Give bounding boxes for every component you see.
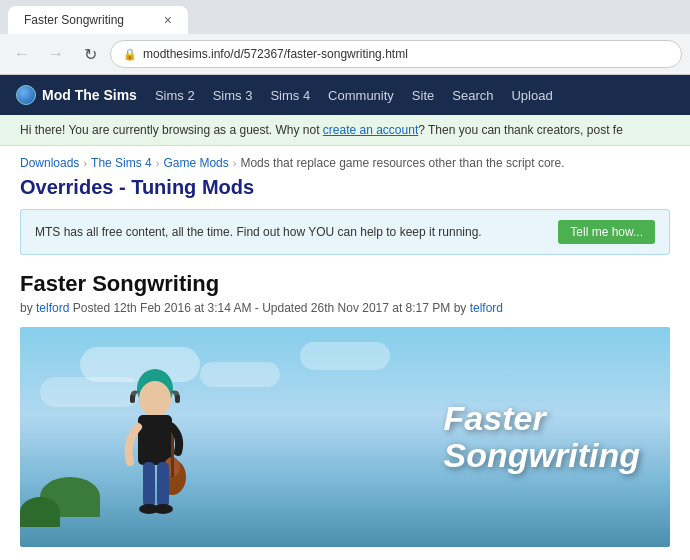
breadcrumb-description: Mods that replace game resources other t…: [240, 156, 564, 170]
breadcrumb-sep-1: ›: [83, 157, 87, 169]
svg-point-11: [153, 504, 173, 514]
svg-rect-2: [130, 395, 135, 403]
browser-tabs: Faster Songwriting ×: [0, 0, 690, 34]
site-logo[interactable]: Mod The Sims: [16, 85, 137, 105]
nav-upload[interactable]: Upload: [511, 88, 552, 103]
updated-author-link[interactable]: telford: [470, 301, 503, 315]
back-button[interactable]: ←: [8, 40, 36, 68]
reload-button[interactable]: ↻: [76, 40, 104, 68]
tab-close-button[interactable]: ×: [164, 12, 172, 28]
breadcrumb-gamemods[interactable]: Game Mods: [163, 156, 228, 170]
banner-text-after: ? Then you can thank creators, post fe: [418, 123, 623, 137]
article-title: Faster Songwriting: [20, 271, 670, 297]
nav-community[interactable]: Community: [328, 88, 394, 103]
page-title: Overrides - Tuning Mods: [20, 176, 670, 199]
hero-text-line1: Faster: [444, 400, 640, 437]
browser-controls: ← → ↻ 🔒 modthesims.info/d/572367/faster-…: [0, 34, 690, 74]
tell-me-button[interactable]: Tell me how...: [558, 220, 655, 244]
promo-text: MTS has all free content, all the time. …: [35, 225, 550, 239]
tab-title: Faster Songwriting: [24, 13, 124, 27]
nav-search[interactable]: Search: [452, 88, 493, 103]
article-meta: by telford Posted 12th Feb 2016 at 3:14 …: [20, 301, 670, 315]
banner-text-before: Hi there! You are currently browsing as …: [20, 123, 323, 137]
breadcrumb-downloads[interactable]: Downloads: [20, 156, 79, 170]
author-link[interactable]: telford: [36, 301, 69, 315]
svg-rect-8: [143, 462, 155, 507]
breadcrumb: Downloads › The Sims 4 › Game Mods › Mod…: [20, 156, 670, 170]
browser-chrome: Faster Songwriting × ← → ↻ 🔒 modthesims.…: [0, 0, 690, 75]
main-content: Downloads › The Sims 4 › Game Mods › Mod…: [0, 146, 690, 547]
hero-overlay-text: Faster Songwriting: [444, 400, 640, 475]
hero-image: Faster Songwriting: [20, 327, 670, 547]
url-bar[interactable]: 🔒 modthesims.info/d/572367/faster-songwr…: [110, 40, 682, 68]
character-figure: [110, 367, 200, 547]
lock-icon: 🔒: [123, 48, 137, 61]
nav-sims3[interactable]: Sims 3: [213, 88, 253, 103]
nav-sims4[interactable]: Sims 4: [270, 88, 310, 103]
svg-point-1: [139, 381, 171, 417]
promo-bar: MTS has all free content, all the time. …: [20, 209, 670, 255]
logo-text: Mod The Sims: [42, 87, 137, 103]
meta-posted: Posted 12th Feb 2016 at 3:14 AM - Update…: [69, 301, 469, 315]
site-navigation: Mod The Sims Sims 2 Sims 3 Sims 4 Commun…: [0, 75, 690, 115]
svg-rect-3: [175, 395, 180, 403]
browser-tab[interactable]: Faster Songwriting ×: [8, 6, 188, 34]
hero-text-line2: Songwriting: [444, 437, 640, 474]
nav-sims2[interactable]: Sims 2: [155, 88, 195, 103]
create-account-link[interactable]: create an account: [323, 123, 418, 137]
island-2: [20, 497, 60, 527]
forward-button[interactable]: →: [42, 40, 70, 68]
breadcrumb-sep-3: ›: [233, 157, 237, 169]
svg-rect-9: [157, 462, 169, 507]
breadcrumb-thesims4[interactable]: The Sims 4: [91, 156, 152, 170]
cloud-4: [300, 342, 390, 370]
article: Faster Songwriting by telford Posted 12t…: [20, 271, 670, 547]
meta-by: by: [20, 301, 36, 315]
breadcrumb-sep-2: ›: [156, 157, 160, 169]
url-text: modthesims.info/d/572367/faster-songwrit…: [143, 47, 408, 61]
globe-icon: [16, 85, 36, 105]
guest-banner: Hi there! You are currently browsing as …: [0, 115, 690, 146]
svg-rect-4: [138, 415, 172, 465]
nav-site[interactable]: Site: [412, 88, 434, 103]
nav-links: Sims 2 Sims 3 Sims 4 Community Site Sear…: [155, 88, 553, 103]
cloud-2: [200, 362, 280, 387]
